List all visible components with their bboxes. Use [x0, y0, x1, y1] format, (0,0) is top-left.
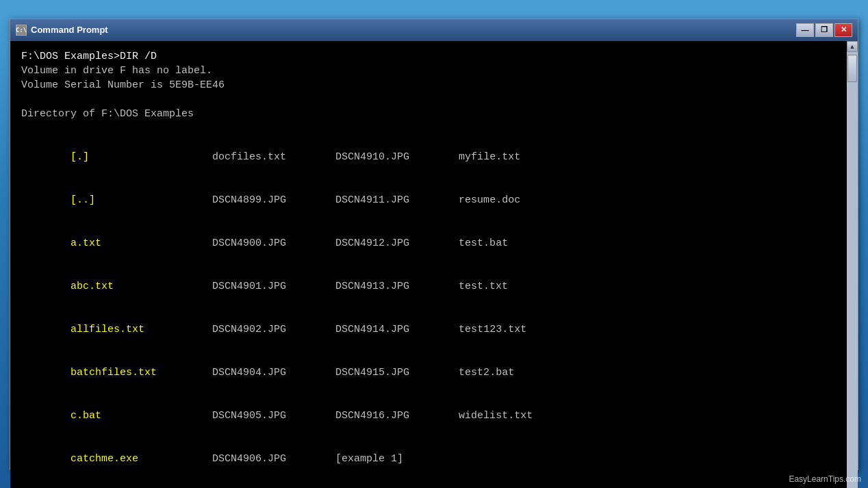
- directory-line: Directory of F:\DOS Examples: [21, 107, 836, 121]
- title-bar: C:\ Command Prompt — ❐ ✕: [10, 19, 858, 41]
- watermark: EasyLearnTips.com: [789, 474, 861, 484]
- volume-line1: Volume in drive F has no label.: [21, 64, 836, 78]
- command-line: F:\DOS Examples>DIR /D: [21, 49, 836, 64]
- file-row-3: a.txt DSCN4900.JPG DSCN4912.JPG test.bat: [21, 222, 836, 265]
- blank2: [21, 121, 836, 136]
- scrollbar[interactable]: ▲ ▼: [847, 41, 858, 489]
- file-row-9: dirlist.txt DSCN4909.JPG fileslist.txt: [21, 480, 836, 489]
- command-prompt-window: C:\ Command Prompt — ❐ ✕ F:\DOS Examples…: [10, 18, 858, 470]
- scroll-thumb[interactable]: [847, 55, 857, 82]
- window-body: F:\DOS Examples>DIR /D Volume in drive F…: [10, 41, 858, 489]
- file-row-1: [.] docfiles.txt DSCN4910.JPG myfile.txt: [21, 136, 836, 179]
- blank1: [21, 92, 836, 107]
- file-row-2: [..] DSCN4899.JPG DSCN4911.JPG resume.do…: [21, 179, 836, 222]
- file-row-4: abc.txt DSCN4901.JPG DSCN4913.JPG test.t…: [21, 265, 836, 308]
- file-row-7: c.bat DSCN4905.JPG DSCN4916.JPG widelist…: [21, 394, 836, 437]
- scroll-track[interactable]: [847, 52, 858, 489]
- file-row-6: batchfiles.txt DSCN4904.JPG DSCN4915.JPG…: [21, 351, 836, 394]
- scroll-up-button[interactable]: ▲: [847, 41, 858, 52]
- volume-line2: Volume Serial Number is 5E9B-EE46: [21, 78, 836, 92]
- file-row-8: catchme.exe DSCN4906.JPG [example 1]: [21, 437, 836, 480]
- restore-button[interactable]: ❐: [815, 23, 833, 37]
- minimize-button[interactable]: —: [796, 23, 814, 37]
- window-icon: C:\: [16, 25, 27, 36]
- file-row-5: allfiles.txt DSCN4902.JPG DSCN4914.JPG t…: [21, 308, 836, 351]
- terminal-area[interactable]: F:\DOS Examples>DIR /D Volume in drive F…: [10, 41, 847, 489]
- window-controls: — ❐ ✕: [796, 23, 852, 37]
- close-button[interactable]: ✕: [834, 23, 852, 37]
- window-title: Command Prompt: [31, 25, 792, 35]
